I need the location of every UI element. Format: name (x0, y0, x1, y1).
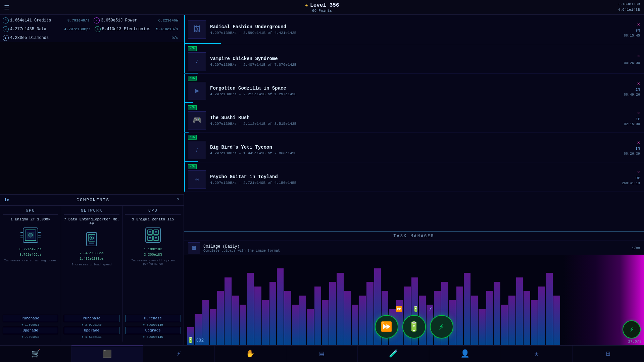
nav-item-achievements[interactable]: ★ (501, 346, 573, 362)
battery-status: 🔋 382 (184, 337, 204, 344)
nav-item-power[interactable]: ⚡ (143, 346, 214, 362)
download-percent: 8% (636, 29, 640, 33)
download-percent: 1% (636, 117, 640, 121)
download-thumb: ♪ (188, 141, 206, 159)
download-info: Vampire Chicken Syndrome 4.297e139B/s - … (210, 56, 609, 67)
viz-bar (284, 291, 291, 345)
purchase-button-gpu[interactable]: Purchase (3, 315, 58, 322)
download-stats: 4.297e139B/s - 2.213e141B of 1.297e143B (210, 92, 609, 96)
download-time: 02:15:30 (624, 122, 640, 126)
nav-icon-layers: ▤ (319, 349, 324, 358)
electronics-rate: 5.410e13/s (156, 27, 178, 31)
left-panel-empty (0, 42, 184, 194)
battery-ctrl-icon[interactable]: 🔋 (412, 306, 419, 312)
component-col-cpu: CPU 3 Enigma Zenith i15 1.100e18%3.300e1… (122, 206, 184, 342)
power-rate: 6.223e46W (158, 18, 178, 22)
play-button[interactable]: ⏩ (375, 315, 398, 339)
nav-icon-shop: 🛒 (31, 349, 40, 358)
purchase-button-cpu[interactable]: Purchase (125, 315, 181, 322)
close-button[interactable]: ✕ (637, 81, 640, 86)
extra-button[interactable]: ⚡ (623, 320, 641, 339)
close-button[interactable]: ✕ (637, 169, 640, 175)
nav-item-research[interactable]: 🧪 (358, 346, 429, 362)
upgrade-button-cpu[interactable]: Upgrade (125, 327, 181, 334)
nav-item-shop[interactable]: 🛒 (0, 346, 71, 362)
task-name: Collage (Daily) (203, 244, 629, 249)
download-item-4: NEW ♪ Big Bird's Yeti Tycoon 4.297e139B/… (184, 133, 644, 162)
close-button[interactable]: ✕ (637, 140, 640, 145)
nav-item-profile[interactable]: 👤 (429, 346, 501, 362)
upgrade-button-network[interactable]: Upgrade (64, 327, 119, 334)
power-icon: ⚡ (94, 17, 100, 23)
download-percent: 3% (636, 147, 640, 151)
purchase-button-network[interactable]: Purchase (64, 315, 119, 322)
upgrade-button-gpu[interactable]: Upgrade (3, 327, 58, 334)
download-progress-bar (184, 102, 193, 103)
download-item-2: NEW ▶ Forgotten Godzilla in Space 4.297e… (184, 74, 644, 103)
data-icon: D (3, 26, 9, 32)
download-thumb: 🎮 (188, 111, 206, 130)
nav-item-components[interactable]: ⬛ (71, 346, 143, 362)
task-manager-title: TASK MANAGER (184, 232, 644, 241)
download-time: 00:26:30 (624, 61, 640, 65)
download-name: Psycho Guitar in Toyland (210, 174, 609, 179)
nav-item-skills[interactable]: ✋ (215, 346, 286, 362)
viz-bar (322, 300, 329, 345)
svg-point-9 (29, 233, 33, 237)
viz-bar (254, 287, 261, 346)
nav-item-layers[interactable]: ▤ (286, 346, 358, 362)
download-right: ✕ 8% 00:15:45 (613, 21, 640, 38)
lightning-ctrl-icon[interactable]: ⚡ (429, 306, 433, 312)
help-button[interactable]: ? (177, 197, 180, 203)
download-progress-bar (184, 73, 198, 73)
components-title: COMPONENTS (77, 198, 109, 203)
new-badge: NEW (188, 164, 197, 169)
download-item-0: 🖼 Radical Fashion Underground 4.297e139B… (184, 15, 644, 44)
viz-bar (553, 296, 560, 346)
comp-desc: Increases upload speed (64, 263, 119, 312)
power-name: 3.650e51J Power (101, 18, 157, 23)
viz-bar (329, 282, 336, 345)
new-badge: NEW (188, 76, 197, 81)
charge-button[interactable]: 🔋 (402, 315, 426, 339)
download-right: ✕ 1% 02:15:30 (613, 110, 640, 126)
download-percent: 2% (636, 88, 640, 92)
purchase-cost: ● 2.999e140 (64, 323, 119, 327)
download-stats: 4.297e139B/s - 2.721e140B of 4.156e145B (210, 181, 609, 185)
component-col-network: NETWORK 7 Data Entangloporter Mk. 49 2.0… (61, 206, 122, 342)
viz-bar (210, 309, 216, 345)
diamonds-rate: 0/s (171, 36, 178, 40)
menu-icon[interactable]: ☰ (0, 0, 13, 15)
resource-row-diamonds: ◆ 4.230e5 Diamonds 0/s (3, 34, 181, 42)
close-button[interactable]: ✕ (637, 110, 640, 116)
fast-forward-icon[interactable]: ⏩ (396, 306, 402, 312)
nav-icon-skills: ✋ (246, 349, 255, 358)
close-button[interactable]: ✕ (637, 21, 640, 27)
viz-bar (486, 291, 493, 345)
nav-item-grid[interactable]: ⊞ (573, 346, 644, 362)
download-percent: 0% (636, 176, 640, 180)
download-right: ✕ 3% 00:26:39 (613, 140, 640, 156)
electronics-name: 5.410e13 Electronics (102, 27, 155, 32)
viz-bar (352, 305, 358, 346)
comp-desc: Increases overall system performance (125, 259, 181, 312)
viz-bar (508, 296, 515, 346)
electronics-icon: E (95, 26, 101, 32)
data-rate: 4.297e139Bps (64, 27, 91, 31)
comp-item-name: 7 Data Entangloporter Mk. 49 (64, 217, 119, 225)
close-button[interactable]: ✕ (637, 53, 640, 59)
battery-value: 382 (196, 338, 204, 343)
multiplier: 1x (4, 198, 9, 203)
viz-bar (366, 282, 373, 345)
nav-icon-profile: 👤 (460, 349, 469, 358)
viz-bar (464, 273, 470, 345)
viz-bar (479, 309, 485, 345)
download-item-1: NEW ♪ Vampire Chicken Syndrome 4.297e139… (184, 44, 644, 74)
level-star-icon: ★ (305, 2, 308, 9)
bolt-button[interactable]: ⚡ (430, 315, 453, 339)
viz-bar (292, 305, 299, 346)
diamonds-name: 4.230e5 Diamonds (10, 36, 170, 40)
viz-bar (471, 296, 478, 346)
purchase-cost: ● 8.000e140 (125, 323, 181, 327)
viz-bar (232, 296, 239, 346)
